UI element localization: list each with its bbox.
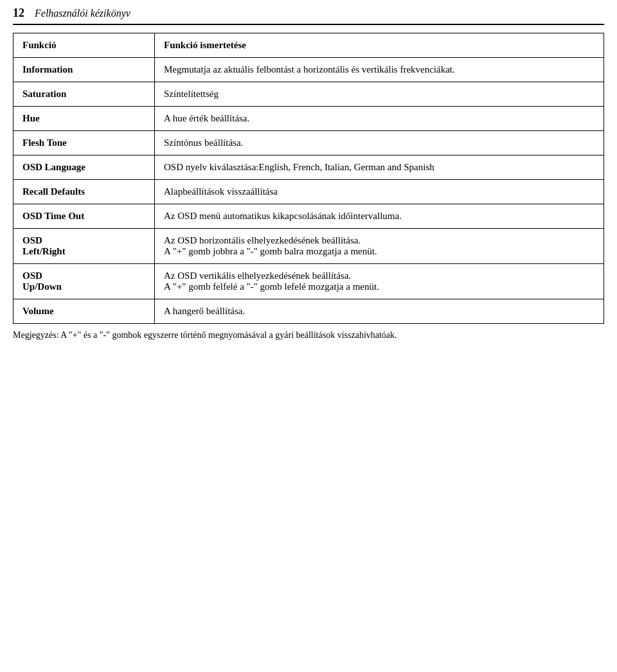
table-row: VolumeA hangerő beállítása. bbox=[13, 299, 604, 324]
page-title: Felhasználói kézikönyv bbox=[35, 8, 130, 19]
table-row: OSD LanguageOSD nyelv kiválasztása:Engli… bbox=[13, 155, 604, 180]
function-description: Az OSD menü automatikus kikapcsolásának … bbox=[155, 204, 604, 229]
function-name: OSDLeft/Right bbox=[13, 229, 155, 264]
page-header: 12 Felhasználói kézikönyv bbox=[13, 6, 604, 25]
col-header-desc: Funkció ismertetése bbox=[155, 33, 604, 58]
function-name: Information bbox=[13, 58, 155, 82]
table-row: OSDLeft/RightAz OSD horizontális elhelye… bbox=[13, 229, 604, 264]
table-row: HueA hue érték beállítása. bbox=[13, 107, 604, 131]
function-description: A hangerő beállítása. bbox=[155, 299, 604, 324]
footer-note: Megjegyzés: A "+" és a "-" gombok egysze… bbox=[13, 330, 604, 340]
function-description: Színtelítettség bbox=[155, 82, 604, 107]
table-row: InformationMegmutatja az aktuális felbon… bbox=[13, 58, 604, 82]
function-name: Saturation bbox=[13, 82, 155, 107]
function-description: Az OSD vertikális elhelyezkedésének beál… bbox=[155, 264, 604, 299]
function-description: Színtónus beállítása. bbox=[155, 131, 604, 155]
function-description: Az OSD horizontális elhelyezkedésének be… bbox=[155, 229, 604, 264]
table-row: OSD Time OutAz OSD menü automatikus kika… bbox=[13, 204, 604, 229]
function-name: Hue bbox=[13, 107, 155, 131]
table-row: Recall DefaultsAlapbeállítások visszaáll… bbox=[13, 180, 604, 204]
function-description: A hue érték beállítása. bbox=[155, 107, 604, 131]
function-name: Recall Defaults bbox=[13, 180, 155, 204]
table-row: SaturationSzíntelítettség bbox=[13, 82, 604, 107]
function-table: Funkció Funkció ismertetése InformationM… bbox=[13, 33, 604, 324]
table-row: Flesh ToneSzíntónus beállítása. bbox=[13, 131, 604, 155]
function-description: Alapbeállítások visszaállítása bbox=[155, 180, 604, 204]
page-number: 12 bbox=[13, 6, 24, 20]
table-header-row: Funkció Funkció ismertetése bbox=[13, 33, 604, 58]
function-name: OSDUp/Down bbox=[13, 264, 155, 299]
function-name: OSD Language bbox=[13, 155, 155, 180]
table-row: OSDUp/DownAz OSD vertikális elhelyezkedé… bbox=[13, 264, 604, 299]
function-description: OSD nyelv kiválasztása:English, French, … bbox=[155, 155, 604, 180]
function-name: Volume bbox=[13, 299, 155, 324]
col-header-func: Funkció bbox=[13, 33, 155, 58]
function-name: Flesh Tone bbox=[13, 131, 155, 155]
function-description: Megmutatja az aktuális felbontást a hori… bbox=[155, 58, 604, 82]
function-name: OSD Time Out bbox=[13, 204, 155, 229]
